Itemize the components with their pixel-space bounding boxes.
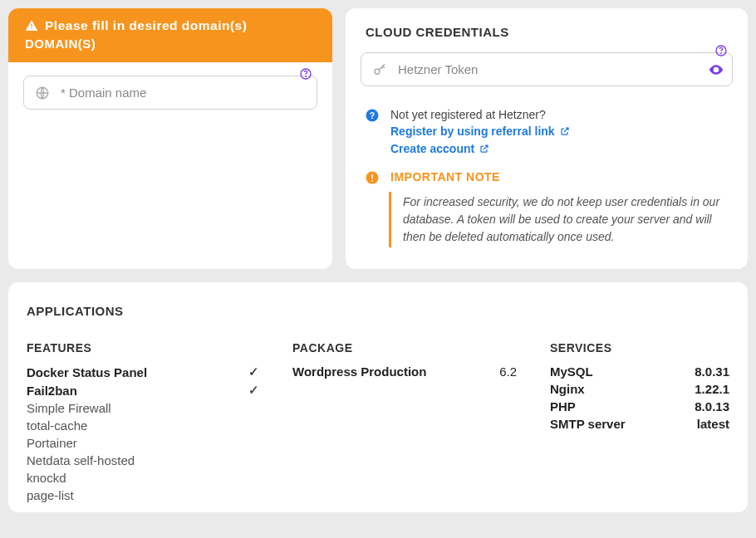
svg-point-5 — [375, 69, 380, 74]
eye-icon[interactable] — [708, 61, 724, 78]
svg-point-6 — [714, 68, 717, 71]
applications-columns: FEATURES Docker Status Panel✓Fail2ban✓Si… — [27, 341, 729, 504]
feature-row: Fail2ban✓ — [27, 381, 259, 399]
feature-row: knockd — [27, 469, 259, 487]
service-version: latest — [697, 417, 729, 431]
domains-header: Please fill in desired domain(s) DOMAIN(… — [8, 8, 332, 62]
cloud-body: ? Not yet registered at Hetzner? Registe… — [346, 52, 748, 269]
feature-row: page-list — [27, 487, 259, 504]
exclamation-icon — [364, 169, 380, 185]
important-info: IMPORTANT NOTE — [364, 169, 729, 185]
not-registered-text: Not yet registered at Hetzner? — [390, 106, 729, 123]
feature-label: total-cache — [27, 418, 87, 433]
register-text-col: Not yet registered at Hetzner? Register … — [390, 106, 729, 157]
features-title: FEATURES — [27, 341, 259, 355]
service-row: Nginx1.22.1 — [550, 380, 729, 398]
service-name: Nginx — [550, 382, 585, 396]
features-column: FEATURES Docker Status Panel✓Fail2ban✓Si… — [27, 341, 259, 504]
service-version: 8.0.13 — [695, 399, 729, 413]
warning-icon — [25, 19, 38, 32]
domain-input[interactable] — [23, 76, 317, 110]
important-note: For increased security, we do not keep u… — [389, 192, 729, 247]
external-link-icon — [479, 144, 489, 154]
feature-label: Fail2ban — [27, 384, 77, 398]
service-name: PHP — [550, 399, 576, 413]
feature-row: Simple Firewall — [27, 399, 259, 417]
service-version: 1.22.1 — [695, 382, 729, 396]
svg-point-4 — [721, 53, 722, 54]
service-row: PHP8.0.13 — [550, 398, 729, 415]
important-title: IMPORTANT NOTE — [390, 170, 500, 183]
services-list: MySQL8.0.31Nginx1.22.1PHP8.0.13SMTP serv… — [550, 363, 729, 433]
service-name: MySQL — [550, 364, 593, 379]
svg-rect-11 — [371, 180, 373, 182]
info-block: ? Not yet registered at Hetzner? Registe… — [361, 90, 733, 249]
domains-warning: Please fill in desired domain(s) — [25, 18, 316, 33]
create-account-link[interactable]: Create account — [390, 140, 489, 157]
applications-title: APPLICATIONS — [27, 304, 729, 318]
check-icon: ✓ — [248, 364, 259, 379]
feature-label: knockd — [27, 471, 66, 485]
service-version: 8.0.31 — [695, 364, 729, 379]
svg-point-1 — [306, 76, 307, 77]
register-link[interactable]: Register by using referral link — [390, 123, 570, 139]
cloud-card: CLOUD CREDENTIALS ? — [346, 8, 748, 269]
domains-warning-text: Please fill in desired domain(s) — [45, 18, 247, 33]
svg-text:?: ? — [370, 110, 375, 120]
feature-row: Portainer — [27, 434, 259, 452]
feature-label: Portainer — [27, 436, 77, 450]
domain-input-wrap — [23, 76, 317, 110]
top-row: Please fill in desired domain(s) DOMAIN(… — [8, 8, 748, 269]
service-name: SMTP server — [550, 417, 626, 431]
external-link-icon — [560, 126, 570, 136]
question-icon: ? — [364, 106, 380, 123]
feature-label: Simple Firewall — [27, 401, 111, 415]
key-icon — [372, 62, 387, 77]
domains-card: Please fill in desired domain(s) DOMAIN(… — [8, 8, 332, 269]
token-input-wrap — [361, 52, 733, 86]
register-link-label: Register by using referral link — [390, 123, 555, 139]
services-title: SERVICES — [550, 341, 729, 355]
service-row: MySQL8.0.31 — [550, 363, 729, 380]
feature-label: page-list — [27, 488, 74, 502]
package-title: PACKAGE — [292, 341, 517, 355]
create-account-label: Create account — [390, 140, 474, 157]
register-info: ? Not yet registered at Hetzner? Registe… — [364, 106, 729, 157]
services-column: SERVICES MySQL8.0.31Nginx1.22.1PHP8.0.13… — [550, 341, 729, 504]
important-text-col: IMPORTANT NOTE — [390, 169, 729, 185]
feature-label: Netdata self-hosted — [27, 453, 135, 467]
feature-label: Docker Status Panel — [27, 365, 147, 379]
service-row: SMTP serverlatest — [550, 415, 729, 433]
help-icon[interactable] — [714, 44, 728, 57]
cloud-title: CLOUD CREDENTIALS — [346, 8, 748, 51]
applications-card: APPLICATIONS FEATURES Docker Status Pane… — [8, 282, 748, 512]
feature-row: Docker Status Panel✓ — [27, 363, 259, 381]
svg-rect-10 — [371, 174, 373, 179]
domains-body — [8, 62, 332, 133]
package-column: PACKAGE Wordpress Production 6.2 — [292, 341, 517, 504]
package-version: 6.2 — [499, 364, 517, 379]
package-name: Wordpress Production — [292, 364, 426, 379]
domains-title: DOMAIN(S) — [25, 37, 316, 51]
help-icon[interactable] — [299, 67, 312, 81]
globe-icon — [35, 86, 50, 100]
features-list: Docker Status Panel✓Fail2ban✓Simple Fire… — [27, 363, 259, 504]
feature-row: Netdata self-hosted — [27, 452, 259, 469]
token-input[interactable] — [361, 52, 733, 86]
feature-row: total-cache — [27, 417, 259, 434]
package-row: Wordpress Production 6.2 — [292, 363, 517, 380]
check-icon: ✓ — [248, 383, 259, 398]
